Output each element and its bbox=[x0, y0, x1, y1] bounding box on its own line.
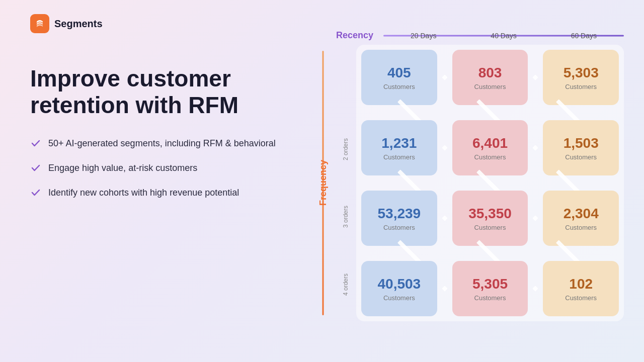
grid-row-1: 1,231Customers6,401Customers1,503Custome… bbox=[361, 120, 619, 175]
cell-value-1-2: 1,503 bbox=[564, 135, 599, 152]
cell-separator-2-0 bbox=[441, 191, 448, 246]
frequency-axis-col: Frequency bbox=[312, 45, 334, 321]
cell-label-3-2: Customers bbox=[565, 294, 597, 302]
logo-area: Segments bbox=[30, 14, 103, 33]
feature-item-3: Identify new cohorts with high revenue p… bbox=[30, 186, 292, 200]
grid-cell-1-0[interactable]: 1,231Customers bbox=[361, 120, 437, 175]
day-label-20: 20 Days bbox=[409, 32, 438, 40]
cell-label-1-1: Customers bbox=[474, 153, 506, 161]
recency-days-bar: 20 Days 40 Days 60 Days bbox=[383, 32, 624, 40]
cell-label-2-1: Customers bbox=[474, 224, 506, 231]
grid-row-3: 40,503Customers5,305Customers102Customer… bbox=[361, 261, 619, 316]
grid-cell-1-1[interactable]: 6,401Customers bbox=[452, 120, 528, 175]
cell-separator-3-1 bbox=[532, 261, 539, 316]
rfm-container: Recency 20 Days 40 Days 60 Days Frequenc… bbox=[312, 30, 624, 321]
cell-label-3-0: Customers bbox=[383, 294, 415, 302]
cell-value-0-0: 405 bbox=[387, 64, 411, 81]
cell-value-2-0: 53,239 bbox=[378, 205, 421, 222]
cell-value-1-0: 1,231 bbox=[381, 135, 417, 152]
left-content: Improve customer retention with RFM 50+ … bbox=[30, 65, 292, 200]
row-separator-2 bbox=[361, 250, 619, 257]
cell-value-1-1: 6,401 bbox=[472, 135, 508, 152]
cell-value-2-2: 2,304 bbox=[564, 205, 599, 222]
row-separator-1 bbox=[361, 179, 619, 187]
cell-separator-1-1 bbox=[532, 120, 539, 175]
grid-row-2: 53,239Customers35,350Customers2,304Custo… bbox=[361, 191, 619, 246]
cell-separator-3-0 bbox=[441, 261, 448, 316]
check-icon-2 bbox=[30, 162, 41, 173]
feature-text-1: 50+ AI-generated segments, including RFM… bbox=[48, 137, 276, 150]
feature-text-3: Identify new cohorts with high revenue p… bbox=[48, 186, 239, 200]
cell-label-2-0: Customers bbox=[383, 224, 415, 231]
order-label-2: 2 orders bbox=[335, 118, 356, 182]
feature-item-1: 50+ AI-generated segments, including RFM… bbox=[30, 137, 292, 150]
cell-value-0-2: 5,303 bbox=[564, 64, 599, 81]
grid-cell-3-1[interactable]: 5,305Customers bbox=[452, 261, 528, 316]
cell-separator-0-0 bbox=[441, 50, 448, 105]
logo-name: Segments bbox=[54, 18, 103, 30]
rfm-grid: 405Customers803Customers5,303Customers1,… bbox=[356, 45, 624, 321]
check-icon-3 bbox=[30, 187, 41, 198]
grid-cell-2-0[interactable]: 53,239Customers bbox=[361, 191, 437, 246]
cell-value-0-1: 803 bbox=[478, 64, 502, 81]
cell-value-3-0: 40,503 bbox=[378, 276, 421, 293]
grid-cell-0-2[interactable]: 5,303Customers bbox=[543, 50, 619, 105]
grid-cell-3-0[interactable]: 40,503Customers bbox=[361, 261, 437, 316]
cell-separator-0-1 bbox=[532, 50, 539, 105]
day-labels: 20 Days 40 Days 60 Days bbox=[383, 32, 624, 40]
grid-cell-0-1[interactable]: 803Customers bbox=[452, 50, 528, 105]
order-labels-col: 2 orders 3 orders 4 orders bbox=[335, 45, 356, 321]
cell-value-2-1: 35,350 bbox=[468, 205, 512, 222]
grid-row-0: 405Customers803Customers5,303Customers bbox=[361, 50, 619, 105]
order-label-4: 4 orders bbox=[335, 253, 356, 317]
cell-value-3-1: 5,305 bbox=[472, 276, 508, 293]
check-icon-1 bbox=[30, 138, 41, 149]
grid-cell-0-0[interactable]: 405Customers bbox=[361, 50, 437, 105]
order-label-empty bbox=[335, 50, 356, 114]
grid-cell-2-2[interactable]: 2,304Customers bbox=[543, 191, 619, 246]
cell-label-0-2: Customers bbox=[565, 83, 597, 90]
recency-axis: Recency 20 Days 40 Days 60 Days bbox=[336, 30, 624, 41]
cell-label-2-2: Customers bbox=[565, 224, 597, 231]
recency-label: Recency bbox=[336, 30, 373, 41]
grid-cell-2-1[interactable]: 35,350Customers bbox=[452, 191, 528, 246]
cell-separator-2-1 bbox=[532, 191, 539, 246]
grid-cell-1-2[interactable]: 1,503Customers bbox=[543, 120, 619, 175]
day-label-60: 60 Days bbox=[569, 32, 599, 40]
feature-item-2: Engage high value, at-risk customers bbox=[30, 161, 292, 175]
order-label-3: 3 orders bbox=[335, 185, 356, 249]
cell-value-3-2: 102 bbox=[569, 276, 593, 293]
grid-cell-3-2[interactable]: 102Customers bbox=[543, 261, 619, 316]
cell-label-3-1: Customers bbox=[474, 294, 506, 302]
cell-label-1-2: Customers bbox=[565, 153, 597, 161]
cell-label-1-0: Customers bbox=[383, 153, 415, 161]
features-list: 50+ AI-generated segments, including RFM… bbox=[30, 137, 292, 200]
frequency-label: Frequency bbox=[318, 160, 329, 206]
cell-separator-1-0 bbox=[441, 120, 448, 175]
grid-body: Frequency 2 orders 3 orders 4 orders 405… bbox=[312, 45, 624, 321]
cell-label-0-0: Customers bbox=[383, 83, 415, 90]
logo-icon bbox=[30, 14, 49, 33]
feature-text-2: Engage high value, at-risk customers bbox=[48, 161, 197, 175]
row-separator-0 bbox=[361, 109, 619, 116]
day-label-40: 40 Days bbox=[489, 32, 518, 40]
cell-label-0-1: Customers bbox=[474, 83, 506, 90]
main-heading: Improve customer retention with RFM bbox=[30, 65, 292, 119]
